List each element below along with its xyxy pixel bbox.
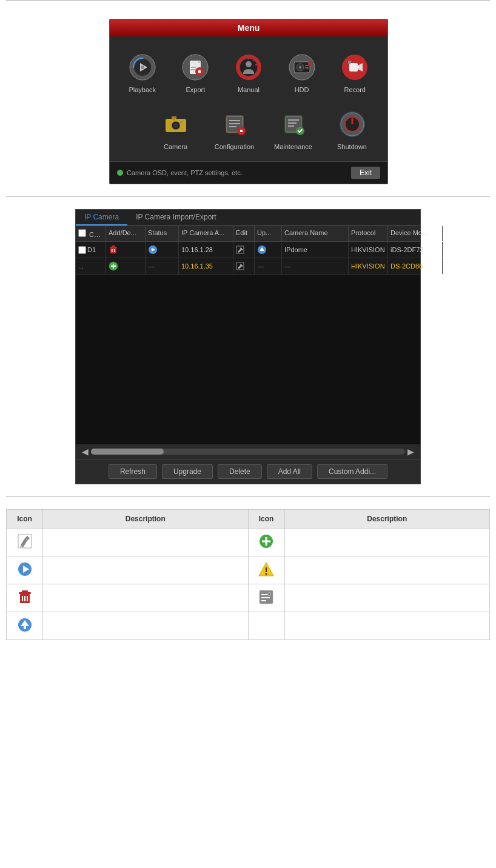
svg-rect-26	[348, 61, 351, 64]
row1-checkbox[interactable]	[78, 246, 86, 254]
tab-ip-camera-import-export[interactable]: IP Camera Import/Export	[127, 210, 225, 225]
svg-rect-77	[19, 592, 31, 594]
menu-item-playback[interactable]: Playback	[116, 47, 169, 98]
scrollbar-thumb[interactable]	[91, 449, 164, 455]
svg-rect-52	[110, 247, 117, 248]
config-grey-icon	[258, 589, 274, 605]
hdd-icon	[287, 52, 317, 82]
delete-button[interactable]: Delete	[218, 464, 262, 479]
svg-rect-41	[288, 119, 299, 121]
td-add-1	[106, 242, 146, 258]
edit-icon-row1[interactable]	[236, 245, 244, 254]
col-protocol: Protocol	[349, 226, 388, 241]
select-all-checkbox[interactable]	[78, 229, 86, 237]
svg-rect-43	[288, 125, 294, 127]
scroll-right-icon[interactable]: ▶	[405, 447, 417, 456]
tab-ip-camera[interactable]: IP Camera	[76, 210, 127, 225]
icon-cell-warning	[248, 556, 284, 584]
warning-yellow-icon	[258, 561, 274, 577]
menu-item-export[interactable]: Export	[169, 47, 223, 98]
svg-point-29	[173, 123, 178, 128]
svg-rect-49	[110, 248, 116, 253]
menu-grid-row1: Playback Export	[110, 36, 387, 104]
svg-rect-35	[229, 123, 240, 124]
icon-cell-config-grey	[248, 584, 284, 612]
scrollbar-area: ◀ ▶	[76, 444, 420, 459]
th-desc1: Description	[43, 510, 249, 529]
footer-description: Camera OSD, event, PTZ settings, etc.	[127, 169, 243, 176]
svg-rect-67	[262, 541, 270, 542]
svg-rect-48	[351, 118, 353, 124]
col-model: Device Mo...	[388, 226, 443, 241]
hdd-label: HDD	[295, 86, 309, 93]
record-icon	[340, 52, 370, 82]
edit-icon-row2[interactable]	[236, 262, 244, 270]
svg-rect-87	[24, 626, 26, 629]
svg-rect-34	[229, 120, 240, 121]
manual-label: Manual	[238, 86, 260, 93]
svg-rect-61	[111, 265, 116, 267]
td-ip-2: 10.16.1.35	[179, 258, 233, 274]
delete-icon-row1	[109, 245, 118, 255]
playback-label: Playback	[129, 86, 156, 93]
ipcam-footer: Refresh Upgrade Delete Add All Custom Ad…	[76, 459, 420, 484]
svg-rect-42	[288, 122, 297, 124]
menu-item-configuration[interactable]: Configuration	[205, 104, 264, 155]
desc-cell-4-2	[284, 612, 490, 640]
icon-cell-empty	[248, 612, 284, 640]
upgrade-button[interactable]: Upgrade	[162, 464, 213, 479]
td-ip-1: 10.16.1.28	[179, 242, 233, 258]
icon-cell-add-green	[248, 529, 284, 556]
icon-cell-play-blue	[7, 556, 43, 584]
desc-cell-2-2	[284, 556, 490, 584]
desc-cell-3-1	[43, 584, 249, 612]
menu-footer: Camera OSD, event, PTZ settings, etc. Ex…	[110, 161, 387, 184]
menu-item-shutdown[interactable]: Shutdown	[323, 104, 381, 155]
svg-rect-9	[199, 70, 200, 73]
td-protocol-2: HIKVISION	[349, 258, 388, 274]
status-active-icon	[148, 245, 158, 255]
play-blue-icon	[17, 561, 33, 577]
menu-grid-row2: Camera Configuration	[110, 104, 387, 161]
col-camname: Camera Name	[282, 226, 349, 241]
table-row-1: D1 10.16.1.28	[76, 242, 420, 258]
exit-button[interactable]: Exit	[351, 167, 380, 179]
scrollbar-track[interactable]	[91, 449, 405, 455]
svg-rect-81	[261, 597, 270, 598]
menu-item-hdd[interactable]: HDD	[275, 47, 329, 98]
svg-point-12	[246, 61, 252, 67]
desc-cell-3-2	[284, 584, 490, 612]
ipcam-tab-bar: IP Camera IP Camera Import/Export	[76, 210, 420, 226]
add-all-button[interactable]: Add All	[267, 464, 312, 479]
camera-label: Camera	[164, 143, 187, 150]
scroll-left-icon[interactable]: ◀	[79, 447, 91, 456]
svg-rect-20	[305, 65, 309, 66]
svg-rect-53	[112, 245, 115, 247]
svg-point-31	[180, 121, 183, 123]
refresh-button[interactable]: Refresh	[109, 464, 157, 479]
icon-cell-edit	[7, 529, 43, 556]
menu-item-record[interactable]: Record	[328, 47, 381, 98]
icon-cell-upgrade	[7, 612, 43, 640]
td-status-2: —	[146, 258, 179, 274]
td-edit-2	[233, 258, 255, 274]
svg-rect-24	[349, 63, 358, 72]
th-icon1: Icon	[7, 510, 43, 529]
desc-cell-1-1	[43, 529, 249, 556]
custom-addi-button[interactable]: Custom Addi...	[317, 464, 387, 479]
menu-item-manual[interactable]: Manual	[222, 47, 275, 98]
svg-rect-82	[261, 600, 266, 601]
menu-title: Menu	[238, 23, 260, 33]
section2-ipcam-area: IP Camera IP Camera Import/Export Cam...…	[0, 197, 496, 496]
menu-item-camera[interactable]: Camera	[146, 104, 205, 155]
menu-title-bar: Menu	[110, 19, 387, 36]
svg-rect-51	[115, 249, 116, 252]
menu-item-maintenance[interactable]: Maintenance	[264, 104, 323, 155]
edit-pencil-icon	[17, 533, 33, 549]
upgrade-arrow-icon	[17, 617, 33, 633]
icon-row-2	[7, 556, 490, 584]
maintenance-icon	[278, 109, 309, 139]
svg-rect-75	[24, 596, 25, 601]
icon-cell-delete-red	[7, 584, 43, 612]
manual-icon	[233, 52, 264, 82]
